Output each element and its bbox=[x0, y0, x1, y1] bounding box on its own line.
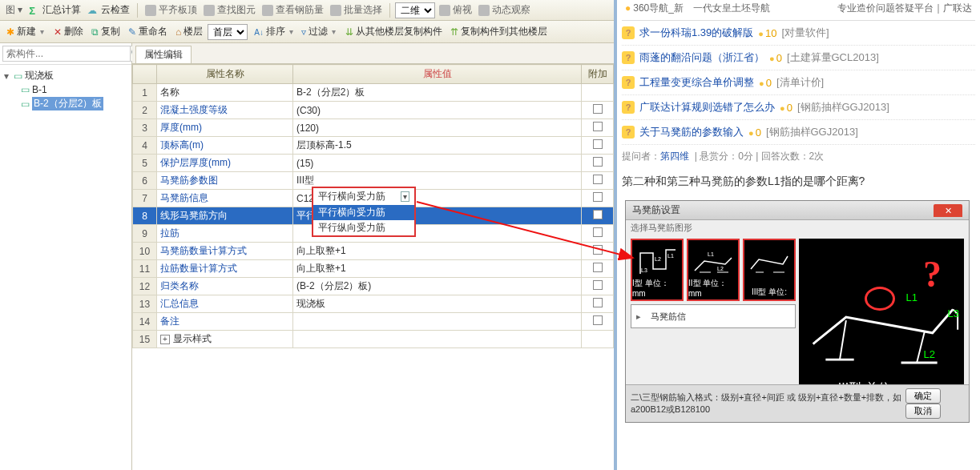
cancel-button[interactable]: 取消 bbox=[905, 404, 941, 419]
forum-tag: [土建算量GCL2013] bbox=[787, 50, 879, 65]
find-element-button[interactable]: 查找图元 bbox=[201, 2, 258, 18]
sum-calc-button[interactable]: 汇总计算 bbox=[26, 2, 83, 18]
app-left-pane: 图 ▾ 汇总计算 云检查 平齐板顶 查找图元 查看钢筋量 批量选择 二维 俯视 … bbox=[0, 0, 617, 470]
tree-node-b2[interactable]: B-2（分层2）板 bbox=[2, 96, 130, 111]
property-row[interactable]: 3厚度(mm)(120) bbox=[133, 119, 614, 137]
asker-link[interactable]: 第四维 bbox=[660, 151, 689, 162]
copy-button[interactable]: 复制 bbox=[88, 23, 123, 40]
question-icon: ? bbox=[622, 126, 635, 139]
forum-link[interactable]: 雨蓬的翻沿问题（浙江省） bbox=[639, 50, 764, 65]
copy-from-floor-button[interactable]: 从其他楼层复制构件 bbox=[342, 23, 446, 40]
checkbox[interactable] bbox=[593, 227, 603, 237]
grey-icon bbox=[330, 5, 341, 16]
batch-select-button[interactable]: 批量选择 bbox=[328, 2, 385, 18]
svg-text:L1: L1 bbox=[667, 253, 674, 259]
dropdown-option-1[interactable]: 平行横向受力筋 bbox=[313, 205, 414, 220]
cloud-check-button[interactable]: 云检查 bbox=[85, 2, 132, 18]
property-row[interactable]: 1名称B-2（分层2）板 bbox=[133, 84, 614, 102]
view-mode-select[interactable]: 二维 bbox=[395, 2, 435, 18]
forum-item: ?关于马凳筋的参数输入0[钢筋抽样GGJ2013] bbox=[622, 120, 975, 145]
new-icon bbox=[6, 26, 14, 38]
search-input[interactable] bbox=[2, 46, 131, 62]
shape-type-3[interactable]: III型 单位: bbox=[743, 239, 796, 301]
checkbox[interactable] bbox=[593, 122, 603, 131]
shape-type-1[interactable]: L3L2L1 I型 单位：mm bbox=[631, 239, 684, 301]
forum-pane: 360导航_新 一代女皇土坯导航 专业造价问题答疑平台｜广联达 ?求一份科瑞1.… bbox=[617, 0, 980, 470]
forum-link[interactable]: 工程量变更综合单价调整 bbox=[639, 75, 754, 90]
question-meta: 提问者：第四维 | 悬赏分：0分 | 回答次数：2次 bbox=[622, 145, 975, 171]
forum-link[interactable]: 关于马凳筋的参数输入 bbox=[639, 125, 744, 139]
svg-text:L3: L3 bbox=[641, 267, 647, 273]
close-icon[interactable]: ✕ bbox=[934, 204, 962, 217]
checkbox[interactable] bbox=[593, 192, 603, 202]
checkbox[interactable] bbox=[593, 157, 603, 167]
question-icon: ? bbox=[622, 26, 635, 39]
property-row[interactable]: 11拉筋数量计算方式向上取整+1 bbox=[133, 260, 614, 278]
new-button[interactable]: 新建 bbox=[3, 23, 47, 40]
property-row[interactable]: 14备注 bbox=[133, 313, 614, 331]
view-rebar-button[interactable]: 查看钢筋量 bbox=[260, 2, 326, 18]
slab-icon bbox=[21, 84, 30, 95]
property-row[interactable]: 4顶标高(m)层顶标高-1.5 bbox=[133, 137, 614, 155]
checkbox[interactable] bbox=[593, 263, 603, 272]
sort-button[interactable]: 排序 bbox=[251, 23, 296, 40]
property-row[interactable]: 15+显示样式 bbox=[133, 331, 614, 348]
ma-info-field[interactable]: 马凳筋信 bbox=[631, 304, 796, 328]
floor-button[interactable]: 楼层 bbox=[172, 23, 206, 40]
copy-to-floor-button[interactable]: 复制构件到其他楼层 bbox=[447, 23, 550, 40]
checkbox[interactable] bbox=[593, 280, 603, 290]
top-view-button[interactable]: 俯视 bbox=[437, 2, 474, 18]
coin-icon bbox=[759, 77, 766, 89]
forum-item: ?工程量变更综合单价调整0[清单计价] bbox=[622, 70, 975, 95]
direction-dropdown[interactable]: 平行横向受力筋▾ 平行横向受力筋 平行纵向受力筋 bbox=[312, 187, 416, 237]
checkbox[interactable] bbox=[593, 298, 603, 307]
checkbox[interactable] bbox=[593, 315, 603, 325]
btn-unknown1[interactable]: 图 ▾ bbox=[3, 2, 25, 18]
grey-icon bbox=[439, 5, 450, 16]
tab-1[interactable]: 360导航_新 bbox=[625, 2, 684, 15]
shape1-icon: L3L2L1 bbox=[637, 245, 677, 277]
forum-link[interactable]: 求一份科瑞1.39的破解版 bbox=[639, 26, 753, 40]
orbit-button[interactable]: 动态观察 bbox=[476, 2, 533, 18]
checkbox[interactable] bbox=[593, 175, 603, 184]
dialog-footer-text: 二\三型钢筋输入格式：级别+直径+间距 或 级别+直径+数量+排数，如a200B… bbox=[631, 392, 902, 416]
property-row[interactable]: 12归类名称(B-2（分层2）板) bbox=[133, 278, 614, 295]
checkbox[interactable] bbox=[593, 104, 603, 114]
property-row[interactable]: 10马凳筋数量计算方式向上取整+1 bbox=[133, 243, 614, 260]
flush-top-button[interactable]: 平齐板顶 bbox=[143, 2, 200, 18]
rename-button[interactable]: 重命名 bbox=[125, 23, 171, 40]
tab-2[interactable]: 一代女皇土坯导航 bbox=[693, 2, 770, 15]
cloud-icon bbox=[87, 5, 99, 16]
from-floor-icon bbox=[345, 26, 353, 38]
delete-button[interactable]: 删除 bbox=[50, 23, 87, 40]
ok-button[interactable]: 确定 bbox=[905, 388, 941, 404]
forum-link[interactable]: 广联达计算规则选错了怎么办 bbox=[639, 100, 775, 114]
shape-type-2[interactable]: L1L2 II型 单位：mm bbox=[687, 239, 740, 301]
forum-item: ?求一份科瑞1.39的破解版10[对量软件] bbox=[622, 21, 975, 46]
svg-text:L2: L2 bbox=[717, 266, 724, 271]
collapse-icon[interactable]: ▾ bbox=[2, 70, 11, 82]
label-l1: L1 bbox=[906, 291, 917, 303]
tab-3[interactable]: 专业造价问题答疑平台｜广联达 bbox=[837, 2, 972, 15]
tree-node-b1[interactable]: B-1 bbox=[2, 83, 130, 96]
checkbox[interactable] bbox=[593, 245, 603, 255]
dropdown-option-2[interactable]: 平行纵向受力筋 bbox=[313, 220, 414, 235]
property-row[interactable]: 5保护层厚度(mm)(15) bbox=[133, 155, 614, 172]
tree-root[interactable]: ▾现浇板 bbox=[2, 68, 130, 83]
forum-tag: [清单计价] bbox=[776, 75, 824, 90]
slab-icon bbox=[14, 70, 22, 82]
filter-button[interactable]: 过滤 bbox=[298, 23, 339, 40]
slab-icon bbox=[21, 98, 30, 110]
dialog-subtitle: 选择马凳筋图形 bbox=[626, 220, 969, 234]
red-circle-annotation bbox=[865, 287, 895, 311]
to-floor-icon bbox=[450, 26, 458, 38]
property-row[interactable]: 2混凝土强度等级(C30) bbox=[133, 102, 614, 119]
tab-property-edit[interactable]: 属性编辑 bbox=[135, 46, 192, 63]
property-row[interactable]: 13汇总信息现浇板 bbox=[133, 295, 614, 313]
floor-select[interactable]: 首层 bbox=[208, 24, 248, 40]
chevron-down-icon[interactable]: ▾ bbox=[401, 191, 409, 202]
toolbar-main: 图 ▾ 汇总计算 云检查 平齐板顶 查找图元 查看钢筋量 批量选择 二维 俯视 … bbox=[0, 0, 614, 21]
question-icon: ? bbox=[622, 76, 635, 89]
checkbox[interactable] bbox=[593, 139, 603, 149]
checkbox[interactable] bbox=[593, 210, 603, 219]
